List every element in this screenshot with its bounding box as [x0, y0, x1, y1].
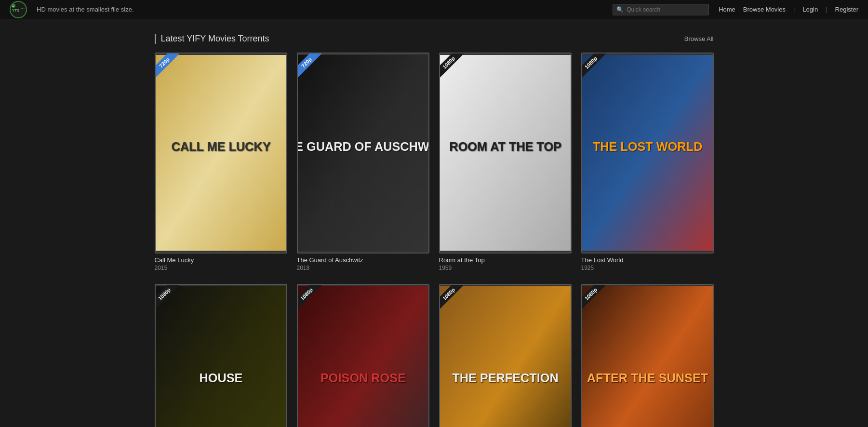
nav-login[interactable]: Login [802, 6, 818, 13]
poster-art-call-me-lucky: CALL ME LUCKY [156, 53, 286, 253]
movie-year-lost-world: 1925 [581, 265, 714, 271]
movie-title-lost-world: The Lost World [581, 256, 714, 264]
quality-text-call-me-lucky: 720p [156, 53, 181, 80]
svg-text:THE GUARD OF AUSCHWITZ: THE GUARD OF AUSCHWITZ [298, 140, 428, 153]
movie-card-call-me-lucky[interactable]: CALL ME LUCKY 720p Call Me Lucky 2015 [155, 53, 287, 274]
quality-text-after-sunset: 1080p [582, 285, 608, 311]
movie-card-room-at-top[interactable]: ROOM AT THE TOP 1080p Room at the Top 19… [439, 53, 572, 274]
svg-text:●: ● [13, 5, 14, 8]
nav-browse[interactable]: Browse Movies [743, 6, 786, 13]
svg-text:CALL ME LUCKY: CALL ME LUCKY [171, 140, 270, 153]
movie-year-room-at-top: 1959 [439, 265, 572, 271]
movie-card-house[interactable]: HOUSE 1080p House 1985 [155, 284, 287, 427]
quality-text-lost-world: 1080p [582, 53, 608, 80]
movie-info-lost-world: The Lost World 1925 [581, 254, 714, 274]
search-container: 🔍 [613, 4, 709, 15]
movie-info-call-me-lucky: Call Me Lucky 2015 [155, 254, 287, 274]
svg-text:AFTER THE SUNSET: AFTER THE SUNSET [587, 371, 708, 384]
search-input[interactable] [613, 4, 709, 15]
latest-movies-grid: CALL ME LUCKY 720p Call Me Lucky 2015 [155, 53, 714, 427]
quality-badge-poison-rose: 1080p [298, 285, 327, 314]
svg-text:THE PERFECTION: THE PERFECTION [452, 371, 559, 384]
movie-poster-lost-world: THE LOST WORLD 1080p [581, 53, 714, 254]
movie-poster-perfection: THE PERFECTION 1080p [439, 284, 572, 427]
poster-art-guard-of-auschwitz: THE GUARD OF AUSCHWITZ [298, 53, 428, 253]
nav-divider: | [793, 6, 795, 13]
movie-title-call-me-lucky: Call Me Lucky [155, 256, 287, 264]
nav-home[interactable]: Home [719, 6, 735, 13]
movie-poster-house: HOUSE 1080p [155, 284, 287, 427]
movie-year-guard-of-auschwitz: 2018 [297, 265, 429, 271]
svg-text:THE LOST WORLD: THE LOST WORLD [592, 140, 702, 153]
movie-card-guard-of-auschwitz[interactable]: THE GUARD OF AUSCHWITZ 720p The Guard of… [297, 53, 429, 274]
quality-badge-lost-world: 1080p [582, 53, 611, 82]
svg-text:.am: .am [20, 7, 25, 10]
main-nav: Home Browse Movies | Login | Register [719, 6, 858, 13]
svg-text:POISON ROSE: POISON ROSE [320, 371, 405, 384]
movie-year-call-me-lucky: 2015 [155, 265, 287, 271]
movie-card-poison-rose[interactable]: POISON ROSE 1080p The Poison Rose 2019 [297, 284, 429, 427]
movie-poster-poison-rose: POISON ROSE 1080p [297, 284, 429, 427]
movie-poster-call-me-lucky: CALL ME LUCKY 720p [155, 53, 287, 254]
poster-art-lost-world: THE LOST WORLD [582, 53, 713, 253]
search-icon: 🔍 [616, 6, 624, 13]
quality-text-room-at-top: 1080p [440, 53, 466, 80]
quality-badge-room-at-top: 1080p [440, 53, 469, 82]
movie-title-room-at-top: Room at the Top [439, 256, 572, 264]
movie-card-perfection[interactable]: THE PERFECTION 1080p The Perfection 2018 [439, 284, 572, 427]
movie-info-guard-of-auschwitz: The Guard of Auschwitz 2018 [297, 254, 429, 274]
quality-badge-guard-of-auschwitz: 720p [298, 53, 327, 82]
nav-divider-2: | [826, 6, 827, 13]
quality-badge-after-sunset: 1080p [582, 285, 611, 314]
latest-section-header: Latest YIFY Movies Torrents Browse All [155, 34, 714, 44]
browse-all-link[interactable]: Browse All [684, 35, 714, 42]
movie-card-lost-world[interactable]: THE LOST WORLD 1080p The Lost World 1925 [581, 53, 714, 274]
quality-text-house: 1080p [156, 285, 181, 311]
poster-art-room-at-top: ROOM AT THE TOP [440, 53, 571, 253]
latest-section-title: Latest YIFY Movies Torrents [155, 34, 269, 44]
svg-text:YTS: YTS [12, 8, 20, 13]
svg-text:ROOM AT THE TOP: ROOM AT THE TOP [449, 140, 561, 153]
quality-text-guard-of-auschwitz: 720p [298, 53, 323, 80]
movie-info-room-at-top: Room at the Top 1959 [439, 254, 572, 274]
logo[interactable]: YTS .am ● [10, 1, 29, 18]
site-tagline: HD movies at the smallest file size. [37, 6, 613, 13]
quality-badge-house: 1080p [156, 285, 185, 314]
quality-badge-perfection: 1080p [440, 285, 469, 314]
movie-title-guard-of-auschwitz: The Guard of Auschwitz [297, 256, 429, 264]
movie-poster-guard-of-auschwitz: THE GUARD OF AUSCHWITZ 720p [297, 53, 429, 254]
movie-poster-after-sunset: AFTER THE SUNSET 1080p [581, 284, 714, 427]
quality-badge-call-me-lucky: 720p [156, 53, 185, 82]
svg-text:HOUSE: HOUSE [199, 371, 242, 384]
nav-register[interactable]: Register [835, 6, 858, 13]
movie-poster-room-at-top: ROOM AT THE TOP 1080p [439, 53, 572, 254]
quality-text-poison-rose: 1080p [298, 285, 323, 311]
quality-text-perfection: 1080p [440, 285, 466, 311]
yts-logo-icon: YTS .am ● [10, 1, 27, 18]
movie-card-after-sunset[interactable]: AFTER THE SUNSET 1080p After the Sunset … [581, 284, 714, 427]
